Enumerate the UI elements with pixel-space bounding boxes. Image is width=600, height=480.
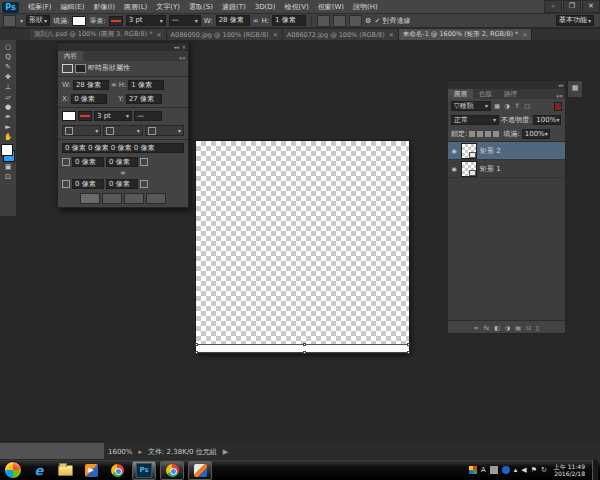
lasso-tool[interactable]: Q xyxy=(2,52,15,62)
radius-topleft-input[interactable]: 0 像素 xyxy=(72,157,104,167)
stroke-swatch[interactable] xyxy=(109,16,123,26)
close-tab-icon[interactable]: ✕ xyxy=(157,31,162,38)
show-desktop-button[interactable] xyxy=(592,460,598,480)
eyedropper-tool[interactable]: ✎ xyxy=(2,62,15,72)
collapse-panel-icon[interactable]: ◂◂ xyxy=(174,44,179,50)
new-group-icon[interactable]: ▤ xyxy=(515,324,521,331)
panel-menu-icon[interactable]: ▾≡ xyxy=(179,55,188,61)
tray-app-blue-icon[interactable] xyxy=(502,466,510,474)
delete-layer-icon[interactable]: ▯ xyxy=(536,324,539,331)
combine-shapes-button[interactable] xyxy=(80,193,100,204)
document-tab[interactable]: 測刮八.psd @ 100% (圖層 3, RGB/8) * ✕ xyxy=(30,29,167,40)
stroke-width-dropdown[interactable]: 3 pt ▾ xyxy=(126,15,166,26)
stroke-swatch[interactable] xyxy=(78,111,92,121)
menu-select[interactable]: 選取(S) xyxy=(185,2,217,12)
add-layer-mask-icon[interactable]: ◧ xyxy=(494,324,500,331)
lock-all-icon[interactable] xyxy=(493,131,499,137)
link-layers-icon[interactable]: ∞ xyxy=(474,324,479,331)
action-center-flag-icon[interactable]: ⚑ xyxy=(531,466,537,474)
eraser-tool[interactable]: ▱ xyxy=(2,92,15,102)
tab-channels[interactable]: 色版 xyxy=(473,89,498,99)
lock-move-icon[interactable] xyxy=(485,131,491,137)
radius-summary-field[interactable]: 0 像素 0 像素 0 像素 0 像素 xyxy=(62,143,184,153)
show-hidden-icons[interactable]: ▴ xyxy=(514,466,518,474)
path-alignment-icon[interactable] xyxy=(333,15,346,27)
selected-shape-rectangle[interactable] xyxy=(196,344,409,353)
height-input[interactable]: 1 像素 xyxy=(272,15,306,26)
shape-anchor[interactable] xyxy=(195,343,198,346)
filter-type-layers-icon[interactable]: T xyxy=(513,102,521,110)
stroke-align-dropdown[interactable]: ▾ xyxy=(62,125,101,136)
filter-toggle-icon[interactable] xyxy=(554,102,562,111)
exclude-shape-button[interactable] xyxy=(146,193,166,204)
taskbar-ie[interactable]: e xyxy=(28,462,50,479)
menu-window[interactable]: 視窗(W) xyxy=(314,2,348,12)
width-input[interactable]: 28 像素 xyxy=(216,15,250,26)
subtract-shape-button[interactable] xyxy=(102,193,122,204)
radius-topright-input[interactable]: 0 像素 xyxy=(106,157,138,167)
tray-window-icon[interactable] xyxy=(490,466,498,474)
filter-pixel-layers-icon[interactable]: ▦ xyxy=(493,102,501,110)
radius-bottomright-input[interactable]: 0 像素 xyxy=(106,179,138,189)
filter-kind-dropdown[interactable]: ▽ 種類 ▾ xyxy=(451,101,491,111)
blend-mode-dropdown[interactable]: 正常 ▾ xyxy=(451,115,499,125)
filter-shape-layers-icon[interactable]: ▢ xyxy=(523,102,531,110)
shape-anchor[interactable] xyxy=(195,351,198,354)
blur-tool[interactable]: ● xyxy=(2,102,15,112)
link-dimensions-icon[interactable]: ∞ xyxy=(253,17,259,25)
shape-anchor[interactable] xyxy=(407,351,410,354)
tray-app-icon[interactable] xyxy=(469,466,477,474)
shape-anchor[interactable] xyxy=(407,343,410,346)
link-radius-icon[interactable]: ∞ xyxy=(120,169,126,177)
eye-icon[interactable]: ◉ xyxy=(450,147,458,154)
tool-preset-dropdown-icon[interactable]: ▾ xyxy=(20,17,23,24)
stroke-width-dropdown[interactable]: 3 pt ▾ xyxy=(94,111,132,121)
close-tab-icon[interactable]: ✕ xyxy=(389,31,394,38)
taskbar-chrome[interactable] xyxy=(106,462,128,479)
menu-image[interactable]: 影像(I) xyxy=(89,2,119,12)
gear-icon[interactable]: ⚙ xyxy=(365,17,371,25)
width-input[interactable]: 28 像素 xyxy=(73,80,109,90)
document-tab[interactable]: A086072.jpg @ 100% (RGB/8) ✕ xyxy=(283,29,399,40)
hand-tool[interactable]: ✋ xyxy=(2,132,15,142)
elliptical-marquee-tool[interactable]: ○ xyxy=(2,42,15,52)
volume-icon[interactable]: ◀ xyxy=(521,466,526,474)
opacity-dropdown[interactable]: 100% ▾ xyxy=(533,115,561,125)
path-arrange-icon[interactable] xyxy=(349,15,362,27)
close-tab-icon[interactable]: ✕ xyxy=(522,31,527,38)
pen-tool[interactable]: ✒ xyxy=(2,112,15,122)
zoom-level-field[interactable]: 1600% xyxy=(108,448,132,456)
clone-stamp-tool[interactable]: ⊥ xyxy=(2,82,15,92)
y-input[interactable]: 27 像素 xyxy=(126,94,162,104)
menu-layer[interactable]: 圖層(L) xyxy=(120,2,151,12)
stroke-style-dropdown[interactable]: — xyxy=(134,111,162,121)
shape-anchor[interactable] xyxy=(303,351,306,354)
tab-layers[interactable]: 圖層 xyxy=(448,89,473,99)
intersect-shape-button[interactable] xyxy=(124,193,144,204)
collapse-panel-icon[interactable]: ◂◂ xyxy=(558,82,563,88)
fill-dropdown[interactable]: 100% ▾ xyxy=(522,129,550,139)
taskbar-photoshop-active[interactable]: Ps xyxy=(132,461,156,480)
taskbar-photocap[interactable] xyxy=(188,461,212,480)
filter-adjustment-layers-icon[interactable]: ◑ xyxy=(503,102,511,110)
taskbar-chrome-window[interactable] xyxy=(160,461,184,480)
layer-effects-icon[interactable]: fx xyxy=(484,324,490,331)
workspace-dropdown[interactable]: 基本功能 ▾ xyxy=(556,15,594,26)
shape-anchor[interactable] xyxy=(303,343,306,346)
document-tab[interactable]: A086050.jpg @ 100% (RGB/8) ✕ xyxy=(167,29,283,40)
stroke-cap-dropdown[interactable]: ▾ xyxy=(103,125,142,136)
foreground-color-swatch[interactable] xyxy=(1,144,13,156)
network-icon[interactable]: ↻ xyxy=(541,466,547,474)
adjustment-layer-icon[interactable]: ◑ xyxy=(505,324,510,331)
new-layer-icon[interactable]: ⊡ xyxy=(526,324,531,331)
layer-row-rect1[interactable]: ◉ 矩形 1 xyxy=(448,160,565,178)
layer-name[interactable]: 矩形 1 xyxy=(480,164,501,174)
menu-help[interactable]: 說明(H) xyxy=(349,2,382,12)
radius-bottomleft-input[interactable]: 0 像素 xyxy=(72,179,104,189)
tool-mode-dropdown[interactable]: 形狀 ▾ xyxy=(26,15,50,26)
status-arrow-icon[interactable]: ▶ xyxy=(223,448,228,456)
tab-paths[interactable]: 路徑 xyxy=(498,89,523,99)
collapsed-panel-dock[interactable]: ▦ xyxy=(567,80,583,98)
align-edges-checkbox[interactable]: ✓ 對齊邊緣 xyxy=(374,16,410,26)
menu-file[interactable]: 檔案(F) xyxy=(24,2,56,12)
